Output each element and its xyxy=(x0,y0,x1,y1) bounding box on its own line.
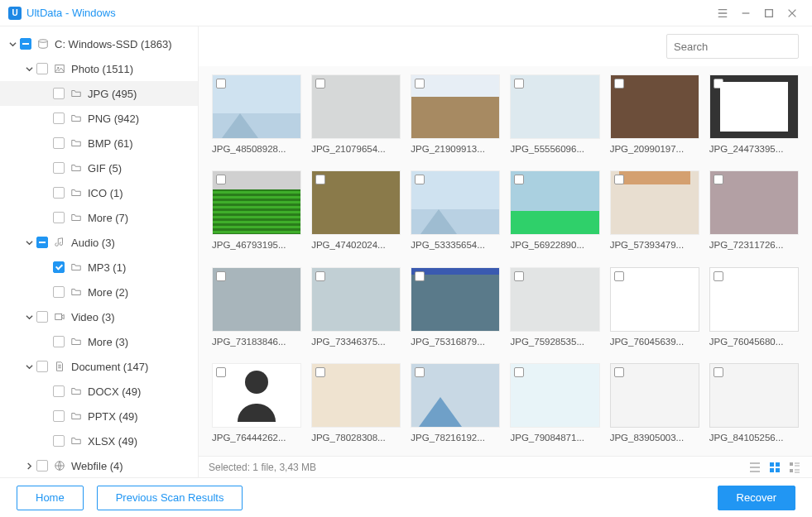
thumbnail-checkbox[interactable] xyxy=(216,175,226,184)
tree-checkbox[interactable] xyxy=(53,88,65,99)
tree-checkbox[interactable] xyxy=(53,261,65,273)
thumbnail-item[interactable]: JPG_84105256... xyxy=(709,363,799,448)
thumbnail-image[interactable] xyxy=(610,74,699,139)
thumbnail-image[interactable] xyxy=(411,267,500,332)
thumbnail-item[interactable]: JPG_21079654... xyxy=(311,74,401,159)
expand-icon[interactable] xyxy=(23,361,35,372)
thumbnail-checkbox[interactable] xyxy=(415,175,425,184)
thumbnail-image[interactable] xyxy=(510,74,599,139)
expand-icon[interactable] xyxy=(23,311,35,323)
recover-button[interactable]: Recover xyxy=(718,486,795,510)
thumbnail-image[interactable] xyxy=(510,170,599,235)
thumbnail-item[interactable]: JPG_24473395... xyxy=(709,74,799,159)
tree-item[interactable]: Audio (3) xyxy=(0,230,198,255)
thumbnail-checkbox[interactable] xyxy=(216,79,226,89)
thumbnail-item[interactable]: JPG_48508928... xyxy=(212,74,301,159)
list-view-icon[interactable] xyxy=(747,460,762,475)
tree-item[interactable]: Webfile (4) xyxy=(0,453,198,477)
tree-checkbox[interactable] xyxy=(36,237,48,248)
thumbnail-image[interactable] xyxy=(311,267,401,332)
expand-icon[interactable] xyxy=(23,460,35,472)
thumbnail-image[interactable] xyxy=(709,363,799,428)
thumbnail-item[interactable]: JPG_78028308... xyxy=(311,363,401,448)
close-icon[interactable] xyxy=(781,2,804,25)
tree-checkbox[interactable] xyxy=(53,435,65,447)
thumbnail-checkbox[interactable] xyxy=(315,367,325,377)
thumbnail-grid[interactable]: JPG_48508928...JPG_21079654...JPG_219099… xyxy=(199,66,812,456)
details-view-icon[interactable] xyxy=(787,460,802,475)
thumbnail-checkbox[interactable] xyxy=(415,271,425,281)
tree-checkbox[interactable] xyxy=(53,187,65,199)
thumbnail-checkbox[interactable] xyxy=(714,271,723,281)
tree-checkbox[interactable] xyxy=(53,162,65,174)
thumbnail-item[interactable]: JPG_75316879... xyxy=(411,267,500,352)
thumbnail-checkbox[interactable] xyxy=(315,271,325,281)
tree-checkbox[interactable] xyxy=(36,361,48,372)
expand-icon[interactable] xyxy=(7,38,18,50)
tree-item[interactable]: JPG (495) xyxy=(0,81,198,106)
thumbnail-item[interactable]: JPG_53335654... xyxy=(411,170,500,255)
thumbnail-checkbox[interactable] xyxy=(315,79,325,89)
menu-icon[interactable] xyxy=(711,2,734,25)
thumbnail-image[interactable] xyxy=(510,267,599,332)
tree-item[interactable]: MP3 (1) xyxy=(0,255,198,280)
thumbnail-image[interactable] xyxy=(212,267,301,332)
thumbnail-item[interactable]: JPG_55556096... xyxy=(510,74,599,159)
minimize-icon[interactable] xyxy=(734,2,757,25)
expand-icon[interactable] xyxy=(23,63,35,74)
thumbnail-item[interactable]: JPG_20990197... xyxy=(610,74,699,159)
thumbnail-item[interactable]: JPG_56922890... xyxy=(510,170,599,255)
tree-item[interactable]: More (7) xyxy=(0,205,198,230)
grid-view-icon[interactable] xyxy=(767,460,782,475)
tree-checkbox[interactable] xyxy=(53,212,65,223)
tree-item[interactable]: Document (147) xyxy=(0,354,198,379)
thumbnail-image[interactable] xyxy=(311,363,401,428)
thumbnail-item[interactable]: JPG_46793195... xyxy=(212,170,301,255)
expand-icon[interactable] xyxy=(23,237,35,248)
thumbnail-item[interactable]: JPG_76045680... xyxy=(709,267,799,352)
thumbnail-item[interactable]: JPG_76444262... xyxy=(212,363,301,448)
thumbnail-checkbox[interactable] xyxy=(614,175,624,184)
file-tree[interactable]: C: Windows-SSD (1863)Photo (1511)JPG (49… xyxy=(0,26,199,477)
thumbnail-checkbox[interactable] xyxy=(514,271,524,281)
tree-checkbox[interactable] xyxy=(53,137,65,149)
thumbnail-checkbox[interactable] xyxy=(216,367,226,377)
tree-item[interactable]: More (3) xyxy=(0,329,198,354)
tree-checkbox[interactable] xyxy=(36,460,48,472)
thumbnail-checkbox[interactable] xyxy=(315,175,325,184)
thumbnail-image[interactable] xyxy=(411,363,500,428)
thumbnail-image[interactable] xyxy=(610,363,699,428)
thumbnail-item[interactable]: JPG_21909913... xyxy=(411,74,500,159)
thumbnail-item[interactable]: JPG_83905003... xyxy=(610,363,699,448)
tree-item[interactable]: PNG (942) xyxy=(0,106,198,131)
thumbnail-checkbox[interactable] xyxy=(714,79,723,89)
thumbnail-image[interactable] xyxy=(610,267,699,332)
thumbnail-checkbox[interactable] xyxy=(216,271,226,281)
previous-results-button[interactable]: Previous Scan Results xyxy=(97,486,243,510)
thumbnail-checkbox[interactable] xyxy=(614,79,624,89)
tree-checkbox[interactable] xyxy=(36,63,48,74)
thumbnail-item[interactable]: JPG_73183846... xyxy=(212,267,301,352)
search-input[interactable] xyxy=(674,41,812,53)
tree-checkbox[interactable] xyxy=(36,311,48,323)
thumbnail-checkbox[interactable] xyxy=(614,271,624,281)
thumbnail-checkbox[interactable] xyxy=(714,175,723,184)
thumbnail-checkbox[interactable] xyxy=(714,367,723,377)
thumbnail-image[interactable] xyxy=(709,267,799,332)
thumbnail-image[interactable] xyxy=(311,170,401,235)
thumbnail-image[interactable] xyxy=(709,74,799,139)
maximize-icon[interactable] xyxy=(757,2,781,25)
thumbnail-checkbox[interactable] xyxy=(415,367,425,377)
thumbnail-image[interactable] xyxy=(510,363,599,428)
thumbnail-checkbox[interactable] xyxy=(514,79,524,89)
thumbnail-image[interactable] xyxy=(212,170,301,235)
tree-item[interactable]: ICO (1) xyxy=(0,180,198,205)
tree-checkbox[interactable] xyxy=(20,38,31,50)
tree-item[interactable]: C: Windows-SSD (1863) xyxy=(0,31,198,56)
thumbnail-item[interactable]: JPG_76045639... xyxy=(610,267,699,352)
thumbnail-item[interactable]: JPG_73346375... xyxy=(311,267,401,352)
thumbnail-checkbox[interactable] xyxy=(415,79,425,89)
thumbnail-image[interactable] xyxy=(411,170,500,235)
tree-item[interactable]: PPTX (49) xyxy=(0,404,198,428)
thumbnail-image[interactable] xyxy=(411,74,500,139)
